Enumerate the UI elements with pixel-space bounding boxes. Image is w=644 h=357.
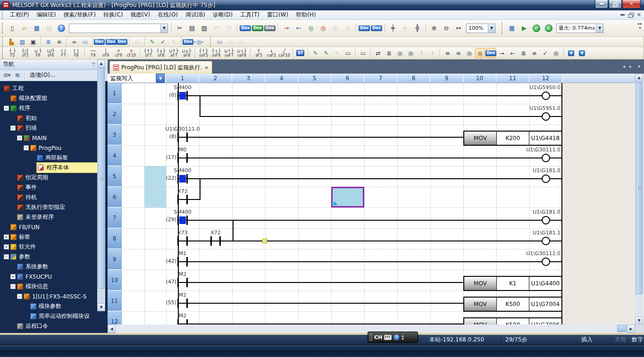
menu-9[interactable]: 工具(T) bbox=[236, 11, 263, 18]
online-data-operation-icon[interactable]: Dev bbox=[264, 23, 276, 34]
contact-M0[interactable] bbox=[177, 153, 188, 163]
tree-item-main[interactable]: −MAIN bbox=[0, 133, 108, 143]
v-scroll-thumb[interactable] bbox=[636, 82, 643, 294]
coil-U1\G30112.0[interactable] bbox=[542, 257, 550, 266]
tree-collapse-icon[interactable]: ⊟▾ bbox=[2, 71, 12, 80]
coil-U1\G30111.0[interactable] bbox=[542, 154, 550, 162]
tree-item-prog-group[interactable]: −扫描 bbox=[0, 123, 108, 133]
ladder-close-contact-button[interactable]: ┤/├sF5 bbox=[19, 48, 31, 59]
outline-find-icon[interactable]: ◎ bbox=[551, 48, 561, 58]
fit-width-icon[interactable]: ↔ bbox=[453, 23, 464, 34]
contact-X72[interactable] bbox=[177, 195, 188, 204]
find-icon[interactable]: ∞ bbox=[69, 37, 79, 47]
zoom-combo[interactable]: 100%▼ bbox=[466, 24, 495, 33]
help-icon[interactable]: ? bbox=[56, 23, 67, 34]
ladder-block-edit-icon[interactable]: ╬ bbox=[412, 23, 423, 34]
edit-disabled-icon[interactable]: ✎ bbox=[169, 37, 179, 47]
menu-11[interactable]: 帮助(H) bbox=[292, 11, 319, 18]
ime-options-icon[interactable]: ▲▼ bbox=[401, 334, 404, 340]
ladder-rising-neg-branch-button[interactable]: ⊔↿├saF7 bbox=[223, 48, 235, 59]
ladder-falling-neg-contact-button[interactable]: ┤⇂├saF6 bbox=[210, 48, 222, 59]
contact-U1\G30111.0[interactable] bbox=[177, 133, 188, 142]
instruction-box-MOV[interactable]: MOVK500U1\G7004 bbox=[463, 297, 562, 312]
instruction-box-MOV[interactable]: MOVK1U1\G4400 bbox=[463, 276, 562, 291]
toolbar-overflow-icon[interactable]: ▸▸▾ bbox=[638, 22, 642, 30]
menu-1[interactable]: 工程(P) bbox=[6, 11, 33, 18]
delete-row-icon[interactable]: ⇟ bbox=[427, 48, 437, 58]
coil-U1\G181.0[interactable] bbox=[542, 174, 550, 183]
scan-time-combo[interactable]: 最大: 0.774ms▼ bbox=[556, 24, 603, 33]
print-icon[interactable]: ▤ bbox=[43, 23, 55, 34]
tree-expander-icon[interactable]: − bbox=[24, 145, 29, 150]
undo-icon[interactable]: ↶ bbox=[211, 23, 222, 34]
ime-language[interactable]: CH bbox=[374, 334, 382, 340]
ladder-falling-contact-button[interactable]: ┤↓├sF8 bbox=[155, 48, 167, 59]
minimize-button[interactable] bbox=[595, 0, 608, 8]
unit-chip-icon[interactable]: ▣ bbox=[28, 37, 38, 47]
tab-scroll-left-icon[interactable]: ◂ bbox=[623, 64, 625, 69]
insert-row-icon[interactable]: ⇞ bbox=[417, 48, 427, 58]
scroll-left-icon[interactable]: ◀ bbox=[108, 324, 116, 333]
watch-window-icon[interactable]: ▦ bbox=[506, 23, 518, 34]
vertical-scrollbar[interactable]: ▲ ▼ bbox=[635, 74, 643, 324]
tree-expander-icon[interactable]: − bbox=[10, 125, 16, 131]
label-list-icon[interactable]: ≡ bbox=[54, 37, 64, 47]
convert-status-1-icon[interactable]: ✓ bbox=[531, 23, 542, 34]
menu-5[interactable]: 视图(V) bbox=[127, 11, 154, 18]
device-memory-icon[interactable]: Dev bbox=[106, 37, 116, 47]
tree-scroll-thumb[interactable] bbox=[98, 68, 105, 289]
options-link[interactable]: 选项(O)... bbox=[27, 71, 55, 79]
scroll-up-icon[interactable]: ▲ bbox=[97, 59, 105, 67]
tab-progpou[interactable]: ProgPou [PRG] [LD] 监视执行... ✕ bbox=[109, 61, 212, 74]
ladder-rising-branch-button[interactable]: ⊔↑├aF7 bbox=[168, 48, 180, 59]
row-number-cell[interactable]: 7 bbox=[108, 208, 122, 228]
tree-item-password[interactable]: 远程口令 bbox=[0, 321, 108, 331]
copy-icon[interactable]: ▤ bbox=[186, 23, 198, 34]
align-top-icon[interactable]: ≣ bbox=[519, 48, 528, 58]
ladder-result-rising-button[interactable]: ↑aF5 bbox=[253, 48, 265, 59]
edit-instruction-icon[interactable]: ✎ bbox=[332, 48, 342, 58]
zoom-out-icon[interactable]: ⊖ bbox=[441, 23, 452, 34]
edit-coil-comment-icon[interactable]: ✎ bbox=[321, 48, 331, 58]
tree-item-project[interactable]: 工程 bbox=[0, 83, 108, 93]
tree-expander-icon[interactable]: + bbox=[4, 244, 9, 249]
device-display-icon[interactable]: Dev▾ bbox=[184, 37, 194, 47]
device-monitor-1-icon[interactable]: Dev bbox=[359, 23, 370, 34]
align-bottom-icon[interactable]: ≡ bbox=[529, 48, 539, 58]
ladder-falling-neg-branch-button[interactable]: ⊔⇂├saF8 bbox=[236, 48, 248, 59]
ladder-editor[interactable]: 监视写入 ▼ 123456789101112 123456789101112(0… bbox=[108, 74, 644, 333]
ime-drag-handle[interactable] bbox=[369, 333, 372, 341]
ladder-application-instruction-button[interactable]: [ ]F8 bbox=[70, 48, 82, 59]
row-number-cell[interactable]: 5 bbox=[108, 166, 122, 187]
tree-expander-icon[interactable]: − bbox=[10, 284, 16, 289]
contact-M1[interactable] bbox=[177, 257, 188, 266]
menu-10[interactable]: 窗口(W) bbox=[263, 11, 292, 18]
program-check-icon[interactable]: ✓ bbox=[540, 48, 550, 58]
tree-item-device[interactable]: +软元件 bbox=[0, 242, 108, 252]
pin-icon[interactable]: ⊤ bbox=[90, 61, 97, 68]
row-number-cell[interactable]: 4 bbox=[108, 145, 122, 166]
monitor-cancel-icon[interactable]: ◎ bbox=[342, 23, 353, 34]
navigation-window-icon[interactable]: ▙ bbox=[7, 37, 17, 47]
find-result-window-icon[interactable]: ▭ bbox=[80, 37, 90, 47]
ladder-edit-mode-icon[interactable]: ╪ bbox=[387, 23, 399, 34]
tree-item-prog-group[interactable]: 恒定周期 bbox=[0, 173, 108, 183]
redo-icon[interactable]: ↷ bbox=[223, 23, 234, 34]
contact-SM400[interactable] bbox=[177, 216, 188, 225]
contact-SM400[interactable] bbox=[177, 174, 188, 183]
tree-item-module-param[interactable]: 简单运动控制模块设 bbox=[0, 311, 108, 321]
tree-expander-icon[interactable]: − bbox=[4, 106, 9, 111]
coil-U1\G181.1[interactable] bbox=[542, 237, 550, 245]
open-file-icon[interactable]: ▱ bbox=[19, 23, 30, 34]
scroll-right-icon[interactable]: ▶ bbox=[627, 324, 635, 333]
statement-navigation-icon[interactable]: ≡ bbox=[443, 48, 452, 58]
menu-3[interactable]: 搜索/替换(F) bbox=[60, 11, 100, 18]
contact-SM400[interactable] bbox=[177, 91, 188, 100]
write-to-plc-icon[interactable]: Dev bbox=[240, 23, 251, 34]
row-number-cell[interactable]: 10 bbox=[108, 270, 122, 291]
tree-item-sys-param[interactable]: 系统参数 bbox=[0, 262, 108, 272]
find-device-icon[interactable]: ◎ bbox=[395, 48, 405, 58]
menu-8[interactable]: 诊断(D) bbox=[209, 11, 237, 18]
ime-help-icon[interactable]: ? bbox=[393, 334, 400, 340]
device-jump-1-icon[interactable]: ▼ bbox=[566, 48, 576, 58]
